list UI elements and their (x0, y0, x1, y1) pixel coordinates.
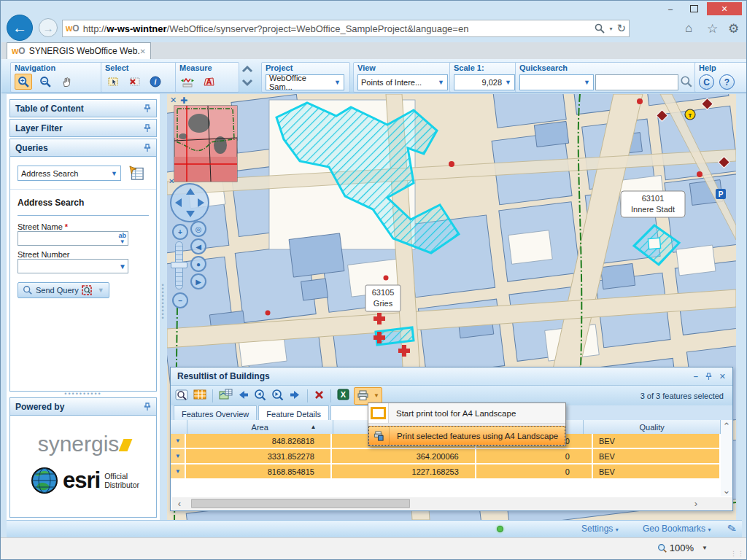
row-menu-icon[interactable]: ▼ (171, 434, 186, 448)
pin-icon[interactable] (144, 402, 151, 411)
street-name-input[interactable]: ab▼ (18, 231, 128, 246)
address-bar[interactable]: wO http://w-ws-wintner/WebOffice/synserv… (62, 20, 630, 37)
chevron-down-icon[interactable]: ▼ (702, 545, 708, 551)
query-select-dropdown[interactable]: Address Search ▼ (18, 166, 121, 181)
pan-tool-button[interactable] (58, 74, 74, 89)
horizontal-scroll-thumb[interactable] (191, 499, 410, 508)
panel-powered-by[interactable]: Powered by (9, 397, 157, 416)
resultlist-titlebar[interactable]: Resultlist of Buildings – ✕ (171, 368, 732, 386)
pin-icon[interactable] (144, 124, 151, 133)
overview-move-icon[interactable]: ✚ (180, 96, 187, 106)
menu-item-print-selected[interactable]: Print selected features using A4 Landsca… (368, 426, 565, 446)
navigator-close-icon[interactable]: ✕ (169, 177, 174, 185)
help-button[interactable]: ? (719, 74, 735, 90)
scroll-right-arrow[interactable]: › (690, 497, 702, 510)
pin-icon[interactable] (144, 144, 151, 152)
forward-button[interactable]: → (39, 18, 58, 37)
minimize-button[interactable]: – (660, 2, 681, 15)
table-row[interactable]: ▼ 8168.854815 1227.168253 0 BEV (171, 464, 721, 478)
show-on-map-button[interactable] (219, 389, 233, 403)
zoom-in-button[interactable]: + (172, 224, 188, 240)
home-icon[interactable]: ⌂ (685, 21, 692, 36)
print-button[interactable]: ▼ (354, 387, 382, 405)
row-menu-icon[interactable]: ▼ (171, 449, 186, 463)
pin-icon[interactable] (144, 104, 151, 113)
overview-map[interactable]: ✕ ✚ (170, 96, 237, 182)
close-button[interactable]: ✕ (707, 2, 742, 15)
scale-dropdown[interactable]: 9,028 ▼ (454, 74, 515, 90)
settings-menu[interactable]: Settings ▾ (581, 524, 619, 534)
chevron-down-icon[interactable]: ▼ (374, 392, 379, 399)
pan-south-arrow[interactable] (186, 211, 195, 217)
menu-item-start-print-tool[interactable]: Start print tool for A4 Landscape (368, 403, 565, 423)
table-row[interactable]: ▼ 3331.852278 364.200066 0 BEV (171, 449, 721, 463)
panel-table-of-content[interactable]: Table of Content (9, 99, 157, 117)
select-features-button[interactable] (105, 74, 121, 89)
splitter-handle[interactable]: •••••••••• (161, 284, 166, 320)
zoom-out-button[interactable]: – (172, 292, 188, 308)
settings-gear-icon[interactable]: ⚙ (728, 21, 739, 36)
toolbar-scroll-up[interactable] (239, 64, 255, 77)
remove-results-button[interactable] (314, 389, 325, 402)
identify-info-button[interactable]: i (147, 74, 163, 89)
pan-east-arrow[interactable] (198, 198, 204, 207)
scroll-left-arrow[interactable]: ‹ (174, 497, 185, 510)
clear-selection-button[interactable] (126, 74, 142, 89)
pan-west-arrow[interactable] (175, 198, 182, 207)
center-button[interactable]: ● (190, 256, 206, 272)
scroll-up-arrow[interactable]: ⌃ (721, 420, 732, 432)
map-navigation-widget[interactable]: ✕ + – ◎ ◀ ● ▶ (169, 180, 209, 313)
overview-close-icon[interactable]: ✕ (170, 96, 177, 104)
quicksearch-input[interactable] (595, 74, 678, 90)
send-query-button[interactable]: Send Query ▼ (18, 282, 109, 298)
scroll-down-arrow[interactable]: ⌄ (721, 484, 732, 496)
zoom-slider-handle[interactable] (171, 262, 187, 268)
pan-compass[interactable] (170, 183, 209, 222)
measure-area-button[interactable]: A (201, 74, 217, 89)
next-extent-button[interactable]: ▶ (190, 273, 206, 289)
toolbar-scroll-down[interactable] (239, 77, 255, 90)
quicksearch-go-button[interactable] (680, 75, 693, 90)
back-button[interactable]: ← (7, 15, 33, 41)
view-dropdown[interactable]: Points of Intere... ▼ (357, 74, 448, 90)
show-table-button[interactable] (193, 389, 206, 402)
column-header-quality[interactable]: Quality (584, 420, 721, 434)
geo-bookmarks-menu[interactable]: Geo Bookmarks ▾ (643, 524, 711, 534)
tab-feature-details[interactable]: Feature Details (258, 405, 329, 421)
zoom-previous-feature-button[interactable] (254, 389, 267, 403)
export-excel-button[interactable]: X (337, 389, 349, 402)
splitter[interactable]: •••••••••• (160, 94, 167, 520)
column-header-area[interactable]: Area ▲ (187, 420, 333, 434)
resize-grip[interactable]: ⋮⋮ (730, 550, 745, 557)
favorites-star-icon[interactable]: ☆ (707, 21, 718, 36)
next-feature-button[interactable] (289, 389, 301, 402)
horizontal-scrollbar[interactable]: ‹ › (172, 497, 732, 510)
vertical-scrollbar[interactable]: ⌃ ⌄ (721, 420, 732, 496)
full-extent-button[interactable]: ◎ (190, 221, 206, 237)
pin-icon[interactable] (705, 373, 712, 381)
redline-pen-icon[interactable]: ✎ (727, 521, 738, 536)
zoom-next-feature-button[interactable] (271, 389, 285, 403)
zoom-to-selected-button[interactable] (175, 389, 189, 403)
maximize-button[interactable] (684, 2, 704, 15)
resultlist-minimize-icon[interactable]: – (694, 372, 698, 381)
panel-queries[interactable]: Queries (9, 139, 157, 157)
row-menu-icon[interactable]: ▼ (171, 464, 186, 478)
browser-tab[interactable]: wO SYNERGIS WebOffice Web... ✕ (7, 42, 151, 59)
zoom-out-tool-button[interactable]: – (37, 74, 53, 89)
query-builder-button[interactable] (127, 163, 146, 184)
previous-feature-button[interactable] (237, 389, 249, 402)
panel-layer-filter[interactable]: Layer Filter (9, 119, 157, 137)
zoom-in-tool-button[interactable]: + (15, 74, 32, 90)
panel-resize-handle[interactable]: •••••••••• (43, 390, 123, 397)
chevron-down-icon[interactable]: ▼ (98, 287, 104, 294)
tab-close-icon[interactable]: ✕ (140, 47, 146, 55)
measure-distance-button[interactable] (179, 74, 196, 89)
refresh-icon[interactable]: ↻ (616, 22, 626, 35)
quicksearch-category-dropdown[interactable]: ▼ (519, 74, 594, 90)
pan-north-arrow[interactable] (186, 188, 195, 195)
previous-extent-button[interactable]: ◀ (190, 238, 206, 254)
autocomplete-ab-icon[interactable]: ab▼ (118, 233, 126, 245)
context-help-button[interactable]: C (699, 74, 714, 90)
resultlist-close-icon[interactable]: ✕ (719, 372, 726, 381)
